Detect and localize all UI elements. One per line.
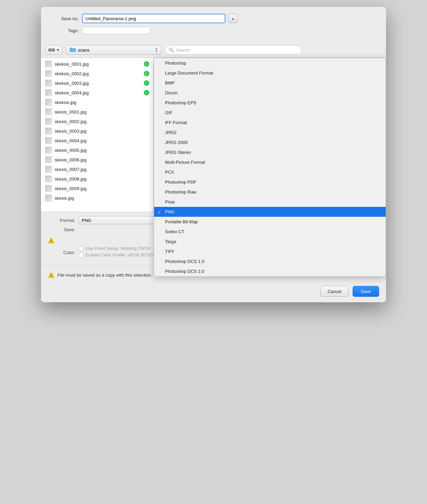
format-selected-value: PNG (82, 218, 91, 223)
file-thumbnail (45, 89, 52, 96)
save-as-label: Save As: (51, 16, 79, 21)
dropdown-item[interactable]: ✓TIFF (154, 247, 386, 256)
save-label: Save: (48, 227, 75, 232)
toolbar: ⊞⊞ ▼ scans ▲ ▼ 🔍 Search (41, 42, 386, 58)
embed-color-checkbox[interactable] (79, 253, 83, 257)
dropdown-item[interactable]: ✓Photoshop DCS 2.0 (154, 266, 386, 276)
dropdown-item[interactable]: ✓Dicom (154, 88, 386, 98)
list-item[interactable]: skeksis.jpg (41, 97, 153, 107)
file-name-label: skeksis_0003.jpg (55, 81, 141, 86)
view-toggle-button[interactable]: ⊞⊞ ▼ (45, 45, 63, 55)
list-item[interactable]: skesis_0009.jpg (41, 184, 153, 193)
list-item[interactable]: skesis_0001.jpg (41, 107, 153, 117)
file-thumbnail (45, 118, 52, 125)
dropdown-item[interactable]: ✓Photoshop EPS (154, 98, 386, 108)
tags-input[interactable] (82, 27, 150, 34)
svg-text:!: ! (51, 239, 52, 243)
save-button[interactable]: Save (353, 286, 379, 297)
file-thumbnail (45, 128, 52, 134)
list-item[interactable]: skesis_0003.jpg (41, 126, 153, 136)
tags-label: Tags: (51, 28, 79, 33)
dropdown-item[interactable]: ✓JPEG Stereo (154, 147, 386, 157)
file-thumbnail (45, 70, 52, 77)
format-dropdown[interactable]: ✓Photoshop✓Large Document Format✓BMP✓Dic… (154, 58, 386, 277)
cancel-button[interactable]: Cancel (320, 286, 348, 297)
dropdown-item[interactable]: ✓GIF (154, 108, 386, 118)
file-name-label: skesis_0008.jpg (55, 176, 149, 182)
folder-selector[interactable]: scans ▲ ▼ (66, 45, 162, 55)
file-thumbnail (45, 175, 52, 182)
list-item[interactable]: skeksis_0001.jpg✓ (41, 59, 153, 69)
list-item[interactable]: skeksis_0004.jpg✓ (41, 88, 153, 97)
file-thumbnail (45, 195, 52, 201)
file-name-label: skesis_0004.jpg (55, 138, 149, 143)
check-icon: ✓ (144, 71, 149, 76)
list-item[interactable]: skesis_0007.jpg (41, 164, 153, 174)
expand-button[interactable]: ▲ (228, 14, 238, 23)
file-name-label: skesis_0005.jpg (55, 148, 149, 153)
list-item[interactable]: skesis_0006.jpg (41, 155, 153, 164)
file-thumbnail (45, 166, 52, 173)
file-thumbnail (45, 99, 52, 106)
dropdown-item[interactable]: ✓PNG (154, 207, 386, 217)
dropdown-item[interactable]: ✓Multi-Picture Format (154, 157, 386, 167)
dropdown-item[interactable]: ✓Photoshop Raw (154, 187, 386, 197)
svg-rect-1 (70, 48, 72, 49)
dropdown-item[interactable]: ✓Photoshop (154, 58, 386, 68)
check-icon: ✓ (144, 80, 149, 86)
dropdown-item[interactable]: ✓JPEG (154, 128, 386, 137)
file-thumbnail (45, 108, 52, 115)
warning-message: File must be saved as a copy with this s… (57, 273, 152, 278)
list-item[interactable]: skesis_0008.jpg (41, 174, 153, 184)
save-as-row: Save As: ▲ (51, 14, 376, 23)
search-icon: 🔍 (169, 48, 174, 52)
search-field[interactable]: 🔍 Search (165, 45, 302, 55)
file-name-label: skesis_0001.jpg (55, 109, 149, 115)
file-thumbnail (45, 156, 52, 163)
dropdown-item[interactable]: ✓Photoshop PDF (154, 177, 386, 187)
dropdown-item[interactable]: ✓IFF Format (154, 118, 386, 128)
file-thumbnail (45, 185, 52, 192)
file-name-label: skesis_0009.jpg (55, 186, 149, 191)
browser-area: skeksis_0001.jpg✓skeksis_0002.jpg✓skeksi… (41, 58, 386, 212)
chevron-down-icon: ▼ (56, 48, 59, 52)
file-name-label: skesis_0007.jpg (55, 167, 149, 172)
file-thumbnail (45, 137, 52, 144)
file-name-label: skeksis_0002.jpg (55, 71, 141, 76)
folder-name: scans (78, 48, 89, 53)
file-name-label: skesis_0006.jpg (55, 157, 149, 162)
warning-icon: ! (48, 237, 55, 244)
file-name-label: skeksis_0004.jpg (55, 90, 141, 95)
dropdown-item[interactable]: ✓BMP (154, 78, 386, 88)
file-name-label: skesis_0002.jpg (55, 119, 149, 124)
list-item[interactable]: skeksis_0003.jpg✓ (41, 78, 153, 88)
warning-triangle-icon: ! (48, 271, 55, 278)
file-name-label: skeksis_0001.jpg (55, 62, 141, 67)
dialog-header: Save As: ▲ Tags: (41, 7, 386, 42)
selected-check-icon: ✓ (157, 209, 161, 214)
spinner-arrows: ▲ ▼ (155, 47, 158, 53)
dropdown-item[interactable]: ✓Large Document Format (154, 68, 386, 78)
dropdown-item[interactable]: ✓Portable Bit Map (154, 217, 386, 227)
filename-input[interactable] (82, 14, 225, 23)
dropdown-item[interactable]: ✓Scitex CT (154, 227, 386, 237)
list-item[interactable]: skesis_0005.jpg (41, 145, 153, 155)
file-name-label: skeksis.jpg (55, 100, 149, 105)
search-placeholder: Search (176, 48, 190, 53)
use-proof-checkbox[interactable] (79, 246, 83, 251)
list-item[interactable]: skeksis_0002.jpg✓ (41, 69, 153, 78)
list-item[interactable]: skesis_0002.jpg (41, 117, 153, 126)
dropdown-item[interactable]: ✓Photoshop DCS 1.0 (154, 256, 386, 266)
grid-icon: ⊞⊞ (48, 48, 55, 52)
chevron-up-icon: ▲ (231, 17, 235, 21)
dropdown-item[interactable]: ✓Pixar (154, 197, 386, 207)
list-item[interactable]: skesis.jpg (41, 193, 153, 203)
list-item[interactable]: skesis_0004.jpg (41, 136, 153, 145)
tags-row: Tags: (51, 27, 376, 34)
dropdown-item[interactable]: ✓Targa (154, 237, 386, 247)
color-label: Color: (48, 250, 75, 255)
dropdown-item[interactable]: ✓PCX (154, 167, 386, 177)
dropdown-item[interactable]: ✓JPEG 2000 (154, 137, 386, 147)
svg-text:!: ! (51, 274, 52, 278)
button-row: Cancel Save (41, 282, 386, 302)
